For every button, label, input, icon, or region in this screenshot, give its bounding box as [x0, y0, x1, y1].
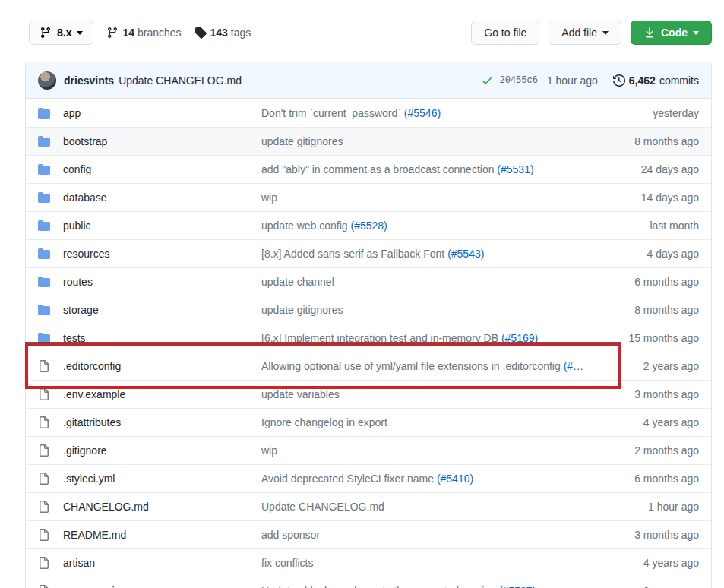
table-row[interactable]: .gitattributes Ignore changelog in expor… — [26, 408, 711, 436]
row-commit-message-link[interactable]: fix conflicts — [261, 557, 313, 569]
file-icon — [38, 416, 50, 428]
commit-message-cell: add "ably" in comment as a broadcast con… — [261, 163, 615, 175]
file-icon — [38, 529, 50, 541]
issue-link[interactable]: (#5537) — [499, 585, 536, 588]
issue-link[interactable]: (#5410) — [437, 473, 473, 485]
file-name-link[interactable]: .gitattributes — [63, 416, 261, 428]
commits-history-link[interactable]: 6,462 commits — [613, 74, 699, 87]
commit-sha-link[interactable]: 20455c6 — [499, 75, 537, 86]
row-commit-message-link[interactable]: Update CHANGELOG.md — [261, 501, 384, 513]
row-commit-message-link[interactable]: update variables — [261, 388, 340, 400]
file-name-link[interactable]: tests — [63, 332, 261, 344]
table-row[interactable]: CHANGELOG.md Update CHANGELOG.md 1 hour … — [26, 492, 711, 520]
commit-date: 4 years ago — [615, 557, 699, 569]
file-icon — [38, 360, 50, 372]
commit-date: 14 days ago — [615, 191, 699, 204]
latest-commit-bar: driesvints Update CHANGELOG.md 20455c6 1… — [26, 62, 711, 99]
row-commit-message-link[interactable]: wip — [261, 444, 277, 457]
file-name-link[interactable]: README.md — [63, 529, 261, 541]
add-file-button[interactable]: Add file — [549, 21, 621, 45]
go-to-file-button[interactable]: Go to file — [471, 21, 539, 45]
table-row[interactable]: routes update channel 6 months ago — [26, 267, 711, 296]
table-row[interactable]: .gitignore wip 2 months ago — [26, 436, 711, 464]
file-name-link[interactable]: artisan — [63, 557, 261, 569]
row-commit-message-link[interactable]: Avoid deprecated StyleCI fixer name — [261, 473, 437, 485]
git-branch-icon — [106, 27, 119, 39]
table-row[interactable]: storage update gitignores 8 months ago — [26, 296, 711, 324]
avatar[interactable] — [38, 71, 56, 90]
commit-author-link[interactable]: driesvints — [64, 74, 114, 87]
file-name-link[interactable]: .editorconfig — [63, 360, 261, 372]
row-commit-message-link[interactable]: update web.config — [261, 220, 351, 232]
file-name-link[interactable]: CHANGELOG.md — [63, 501, 261, 513]
table-row[interactable]: .editorconfig Allowing optional use of y… — [26, 352, 711, 380]
table-row[interactable]: README.md add sponsor 3 months ago — [26, 520, 711, 548]
branch-selector-button[interactable]: 8.x — [29, 21, 93, 45]
file-name-link[interactable]: app — [63, 107, 261, 119]
branches-link[interactable]: 14 branches — [106, 27, 181, 39]
commit-message-cell: Update CHANGELOG.md — [261, 501, 615, 513]
row-commit-message-link[interactable]: [8.x] Added sans-serif as Fallback Font — [261, 248, 447, 260]
table-row[interactable]: database wip 14 days ago — [26, 183, 711, 211]
folder-icon — [38, 107, 50, 119]
file-name-link[interactable]: .gitignore — [63, 444, 261, 457]
file-name-link[interactable]: config — [63, 163, 261, 175]
download-icon — [643, 27, 656, 39]
table-row[interactable]: artisan fix conflicts 4 years ago — [26, 548, 711, 577]
commit-date: 8 months ago — [615, 304, 699, 316]
table-row[interactable]: composer.json Update ably dependency to … — [26, 577, 711, 588]
file-name-link[interactable]: public — [63, 220, 261, 232]
tags-link[interactable]: 143 tags — [194, 27, 251, 39]
commit-date: yesterday — [615, 107, 699, 119]
row-commit-message-link[interactable]: Don't trim `current_password` — [261, 107, 404, 119]
file-icon — [38, 473, 50, 485]
table-row[interactable]: tests [6.x] Implement integration test a… — [26, 324, 711, 352]
row-commit-message-link[interactable]: add sponsor — [261, 529, 320, 541]
table-row[interactable]: resources [8.x] Added sans-serif as Fall… — [26, 239, 711, 267]
code-button[interactable]: Code — [631, 21, 712, 45]
row-commit-message-link[interactable]: Ignore changelog in export — [261, 416, 387, 428]
commit-date: 2 years ago — [615, 360, 699, 372]
table-row[interactable]: .env.example update variables 3 months a… — [26, 380, 711, 408]
row-commit-message-link[interactable]: update channel — [261, 276, 334, 288]
commit-message-cell: Don't trim `current_password` (#5546) — [261, 107, 615, 119]
commit-date: 2 months ago — [615, 444, 699, 457]
issue-link[interactable]: (#5531) — [497, 163, 533, 175]
file-name-link[interactable]: database — [63, 191, 261, 204]
file-name-link[interactable]: bootstrap — [63, 135, 261, 147]
table-row[interactable]: config add "ably" in comment as a broadc… — [26, 155, 711, 183]
row-commit-message-link[interactable]: Allowing optional use of yml/yaml file e… — [261, 360, 564, 372]
file-name-link[interactable]: .styleci.yml — [63, 473, 261, 485]
file-name-link[interactable]: storage — [63, 304, 261, 316]
commit-message-cell: Avoid deprecated StyleCI fixer name (#54… — [261, 473, 615, 485]
table-row[interactable]: bootstrap update gitignores 8 months ago — [26, 127, 711, 155]
file-name-link[interactable]: .env.example — [63, 388, 261, 400]
add-file-label: Add file — [561, 27, 597, 39]
issue-link[interactable]: (#5169) — [501, 332, 538, 344]
issue-link[interactable]: (#5546) — [404, 107, 441, 119]
row-commit-message-link[interactable]: wip — [261, 191, 277, 204]
commit-message-link[interactable]: Update CHANGELOG.md — [119, 74, 242, 87]
commit-date: 3 months ago — [615, 388, 699, 400]
file-name-link[interactable]: resources — [63, 248, 261, 260]
issue-link[interactable]: (#… — [564, 360, 583, 372]
row-commit-message-link[interactable]: add "ably" in comment as a broadcast con… — [261, 163, 497, 175]
file-name-link[interactable]: composer.json — [63, 585, 261, 588]
row-commit-message-link[interactable]: Update ably dependency to the supported … — [261, 585, 499, 588]
row-commit-message-link[interactable]: update gitignores — [261, 304, 343, 316]
commit-date: 24 days ago — [615, 163, 699, 175]
file-table: driesvints Update CHANGELOG.md 20455c6 1… — [25, 62, 712, 588]
issue-link[interactable]: (#5543) — [447, 248, 484, 260]
table-row[interactable]: public update web.config (#5528) last mo… — [26, 211, 711, 239]
commit-message-cell: Ignore changelog in export — [261, 416, 615, 428]
issue-link[interactable]: (#5528) — [351, 220, 387, 232]
check-icon[interactable] — [481, 74, 493, 87]
table-row[interactable]: app Don't trim `current_password` (#5546… — [26, 99, 711, 127]
row-commit-message-link[interactable]: [6.x] Implement integration test and in-… — [261, 332, 501, 344]
table-row[interactable]: .styleci.yml Avoid deprecated StyleCI fi… — [26, 464, 711, 492]
commit-message-cell: update gitignores — [261, 135, 615, 147]
file-name-link[interactable]: routes — [63, 276, 261, 288]
go-to-file-label: Go to file — [484, 27, 526, 39]
commits-count: 6,462 — [629, 74, 656, 87]
row-commit-message-link[interactable]: update gitignores — [261, 135, 343, 147]
